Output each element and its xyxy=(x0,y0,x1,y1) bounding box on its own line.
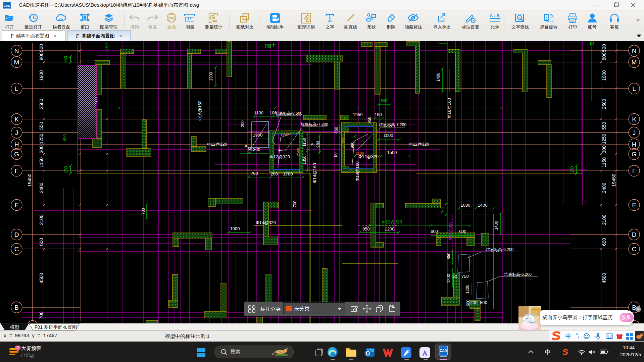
svg-text:1300: 1300 xyxy=(209,72,213,81)
svg-text:VIP: VIP xyxy=(169,16,174,20)
svg-text:1000: 1000 xyxy=(384,133,393,138)
svg-text:500: 500 xyxy=(601,44,607,52)
svg-text:1400: 1400 xyxy=(478,203,488,208)
svg-text:D: D xyxy=(14,231,19,238)
svg-text:F01 基础平面布置图: F01 基础平面布置图 xyxy=(35,324,77,330)
svg-text:100: 100 xyxy=(94,97,99,104)
svg-text:C: C xyxy=(632,246,637,253)
svg-text:850: 850 xyxy=(446,253,451,259)
svg-text:100: 100 xyxy=(264,44,271,49)
svg-text:1900: 1900 xyxy=(39,70,44,81)
svg-text:Φ14@160: Φ14@160 xyxy=(312,163,317,183)
svg-text:1250: 1250 xyxy=(39,134,44,144)
svg-text:600: 600 xyxy=(459,229,466,234)
svg-text:1900: 1900 xyxy=(253,133,263,138)
svg-text:1950: 1950 xyxy=(353,112,363,117)
svg-text:CAD: CAD xyxy=(272,16,278,19)
svg-text:1200: 1200 xyxy=(385,226,395,231)
svg-text:坑底标高-6.200: 坑底标高-6.200 xyxy=(486,247,513,252)
svg-text:2050: 2050 xyxy=(341,138,345,146)
svg-text:700: 700 xyxy=(293,201,297,207)
svg-text:N: N xyxy=(14,47,19,54)
svg-text:模型: 模型 xyxy=(10,324,19,330)
svg-text:A : B: A : B xyxy=(490,13,500,18)
svg-text:850: 850 xyxy=(362,226,370,231)
svg-text:550: 550 xyxy=(39,122,44,130)
svg-text:450: 450 xyxy=(62,134,67,141)
svg-text:坑底标高-7.200: 坑底标高-7.200 xyxy=(379,122,406,127)
svg-text:1200: 1200 xyxy=(465,285,470,294)
svg-text:2500: 2500 xyxy=(296,148,300,156)
svg-text:A: A xyxy=(311,142,313,147)
svg-text:4500: 4500 xyxy=(39,273,44,283)
svg-text:K: K xyxy=(14,116,19,123)
svg-text:L: L xyxy=(15,85,18,92)
svg-text:2400: 2400 xyxy=(39,183,44,193)
svg-text:600: 600 xyxy=(601,238,607,246)
svg-text:CAD: CAD xyxy=(4,4,10,7)
svg-text:Φ16@160: Φ16@160 xyxy=(447,98,452,118)
svg-text:D: D xyxy=(632,231,637,238)
svg-text:800: 800 xyxy=(39,52,44,60)
svg-text:E: E xyxy=(632,202,636,209)
svg-text:坑底标高-7.200: 坑底标高-7.200 xyxy=(300,122,328,127)
svg-text:G: G xyxy=(14,151,19,158)
svg-text:L: L xyxy=(632,85,636,92)
svg-text:Φ12@320: Φ12@320 xyxy=(448,221,453,240)
svg-text:700: 700 xyxy=(440,207,445,214)
svg-text:F: F xyxy=(632,167,636,174)
svg-text:600: 600 xyxy=(466,300,470,306)
svg-text:200: 200 xyxy=(470,300,478,305)
svg-text:250: 250 xyxy=(63,56,68,63)
svg-text:1900: 1900 xyxy=(601,70,607,81)
svg-text:1350: 1350 xyxy=(302,155,307,164)
svg-text:坑底标高-6.200: 坑底标高-6.200 xyxy=(504,272,532,277)
svg-text:1300: 1300 xyxy=(251,147,260,152)
svg-text:1080: 1080 xyxy=(461,203,470,208)
svg-text:1900: 1900 xyxy=(281,132,289,136)
svg-text:1400: 1400 xyxy=(436,72,441,82)
svg-text:C: C xyxy=(14,246,19,253)
svg-text:700: 700 xyxy=(141,208,146,215)
svg-text:A: A xyxy=(518,16,521,19)
svg-text:A: A xyxy=(245,144,247,149)
svg-text:150: 150 xyxy=(375,112,382,117)
svg-text:50: 50 xyxy=(452,274,457,279)
svg-text:750: 750 xyxy=(461,274,469,279)
svg-text:K: K xyxy=(632,116,636,123)
svg-text:10: 10 xyxy=(589,41,594,46)
svg-text:2: 2 xyxy=(537,310,539,314)
svg-text:Φ12@320: Φ12@320 xyxy=(409,142,429,147)
svg-text:2500: 2500 xyxy=(601,99,607,109)
svg-text:980: 980 xyxy=(316,141,320,148)
svg-text:B: B xyxy=(14,304,19,311)
svg-text:19450: 19450 xyxy=(611,173,616,187)
svg-text:H: H xyxy=(632,141,637,148)
svg-text:H: H xyxy=(14,141,19,148)
svg-text:G: G xyxy=(632,151,637,158)
svg-text:J: J xyxy=(15,129,18,136)
svg-text:19450: 19450 xyxy=(27,173,32,187)
svg-text:700: 700 xyxy=(39,311,44,319)
svg-text:2400: 2400 xyxy=(601,183,607,193)
svg-text:100: 100 xyxy=(104,43,109,50)
svg-text:950: 950 xyxy=(367,117,372,123)
svg-text:250: 250 xyxy=(570,166,575,173)
svg-text:2100: 2100 xyxy=(356,151,364,155)
svg-text:1150: 1150 xyxy=(601,157,607,167)
svg-text:1250: 1250 xyxy=(601,134,607,144)
svg-text:F: F xyxy=(15,167,19,174)
svg-text:550: 550 xyxy=(601,122,607,130)
svg-text:N: N xyxy=(632,47,637,54)
svg-text:CAD: CAD xyxy=(440,349,447,353)
svg-text:450: 450 xyxy=(334,127,339,134)
svg-text:1200: 1200 xyxy=(446,274,451,283)
svg-text:2100: 2100 xyxy=(39,214,44,225)
svg-text:Φ12@320: Φ12@320 xyxy=(207,142,227,147)
svg-text:E: E xyxy=(14,202,19,209)
svg-text:200: 200 xyxy=(270,171,278,176)
svg-text:50: 50 xyxy=(333,152,338,157)
svg-text:1150: 1150 xyxy=(302,138,307,147)
svg-text:Φ16@160: Φ16@160 xyxy=(197,101,202,121)
svg-text:Φ12@320: Φ12@320 xyxy=(382,219,402,224)
